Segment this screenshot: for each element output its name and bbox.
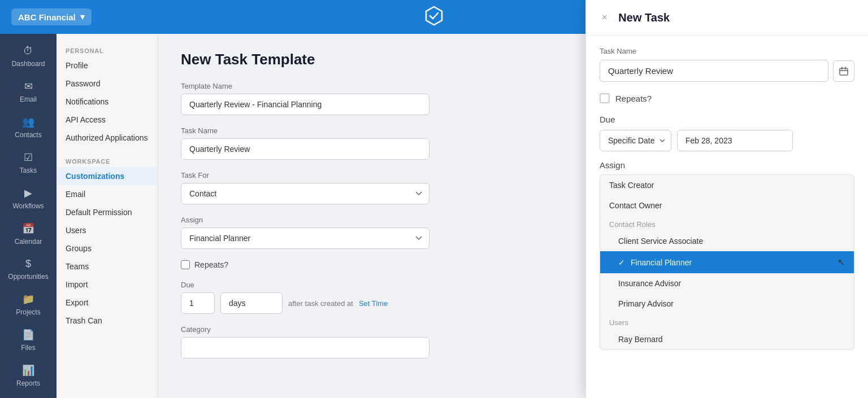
sidebar-label-projects: Projects [16,308,40,316]
sidebar-label-tasks: Tasks [20,167,37,174]
due-number-input[interactable] [181,292,215,314]
calendar-icon [839,67,848,76]
sidebar-item-dashboard[interactable]: ⏱ Dashboard [3,40,53,73]
sidebar: ⏱ Dashboard ✉ Email 👥 Contacts ☑ Tasks ▶… [0,34,57,398]
settings-item-groups[interactable]: Groups [57,239,158,257]
dropdown-item-contact-owner-label: Contact Owner [609,201,662,210]
settings-item-password[interactable]: Password [57,75,158,93]
modal-repeats-label: Repeats? [615,94,652,103]
dropdown-item-task-creator-label: Task Creator [609,181,654,190]
email-icon: ✉ [24,80,33,93]
cursor-icon: ↖ [837,257,845,268]
dropdown-item-financial-planner[interactable]: ✓ Financial Planner ↖ [600,251,854,273]
category-input[interactable] [181,337,429,358]
dropdown-group-users: Users [600,314,854,329]
modal-task-name-row [600,60,854,82]
app-logo [423,5,445,29]
dropdown-item-contact-owner[interactable]: Contact Owner [600,195,854,216]
modal-task-name-input[interactable] [600,60,828,82]
settings-item-api-access[interactable]: API Access [57,111,158,129]
personal-section-label: PERSONAL [57,43,158,56]
settings-item-trash-can[interactable]: Trash Can [57,312,158,330]
modal-close-button[interactable]: × [600,10,609,25]
repeats-checkbox[interactable] [181,260,190,269]
settings-item-users[interactable]: Users [57,221,158,239]
settings-item-teams[interactable]: Teams [57,257,158,275]
set-time-link[interactable]: Set Time [359,299,388,308]
projects-icon: 📁 [22,293,34,305]
task-name-input[interactable] [181,138,429,160]
dropdown-item-primary-advisor-label: Primary Advisor [618,299,674,308]
checkmark-icon: ✓ [618,258,625,267]
dashboard-icon: ⏱ [23,45,33,57]
modal-title: New Task [618,11,670,24]
settings-item-profile[interactable]: Profile [57,56,158,75]
workspace-chevron: ▾ [80,12,85,22]
files-icon: 📄 [22,329,34,341]
sidebar-item-contacts[interactable]: 👥 Contacts [3,110,53,145]
template-name-input[interactable] [181,94,429,115]
modal-repeats-checkbox[interactable] [600,93,610,103]
sidebar-label-dashboard: Dashboard [12,60,45,68]
modal-due-type-select[interactable]: Specific Date [600,130,671,151]
settings-item-export[interactable]: Export [57,294,158,312]
dropdown-group-contact-roles-label: Contact Roles [609,220,656,229]
calendar-icon: 📅 [22,222,34,235]
sidebar-label-email: Email [20,95,37,103]
reports-icon: 📊 [22,364,34,377]
sidebar-label-opportunities: Opportunities [8,273,48,281]
modal-task-name-section: Task Name [600,47,854,82]
workspace-selector[interactable]: ABC Financial ▾ [11,8,92,25]
contacts-icon: 👥 [22,116,34,128]
settings-item-email-ws[interactable]: Email [57,185,158,203]
sidebar-item-workflows[interactable]: ▶ Workflows [3,181,53,216]
dropdown-item-task-creator[interactable]: Task Creator [600,175,854,195]
dropdown-item-financial-planner-label: Financial Planner [631,258,692,267]
svg-rect-0 [840,68,848,75]
sidebar-item-reports[interactable]: 📊 Reports [3,358,53,393]
recently-viewed-label: RECENTLY VIEWED [0,395,57,398]
assign-select[interactable]: Financial Planner [181,228,429,249]
settings-sidebar: PERSONAL Profile Password Notifications … [57,34,158,398]
due-suffix: after task created at [288,299,353,308]
modal-assign-label: Assign [600,160,854,170]
settings-item-default-permission[interactable]: Default Permission [57,203,158,221]
sidebar-item-opportunities[interactable]: $ Opportunities [3,252,53,286]
sidebar-item-tasks[interactable]: ☑ Tasks [3,146,53,180]
modal-due-section: Due Specific Date [600,115,854,151]
repeats-label: Repeats? [194,260,228,269]
opportunities-icon: $ [25,258,31,270]
sidebar-item-projects[interactable]: 📁 Projects [3,287,53,322]
sidebar-label-contacts: Contacts [15,131,41,139]
dropdown-item-ray-bernard-label: Ray Bernard [618,335,663,344]
dropdown-item-insurance-advisor-label: Insurance Advisor [618,279,681,288]
workflows-icon: ▶ [24,187,32,199]
sidebar-label-reports: Reports [16,379,40,387]
modal-task-name-label: Task Name [600,47,854,55]
sidebar-label-workflows: Workflows [12,202,44,210]
dropdown-group-contact-roles: Contact Roles [600,216,854,231]
sidebar-item-files[interactable]: 📄 Files [3,323,53,357]
dropdown-item-ray-bernard[interactable]: Ray Bernard [600,329,854,349]
dropdown-item-primary-advisor[interactable]: Primary Advisor [600,294,854,314]
settings-item-customizations[interactable]: Customizations [57,167,158,185]
sidebar-label-files: Files [21,344,35,352]
due-unit-select[interactable]: days [220,292,283,314]
task-for-select[interactable]: Contact [181,183,429,204]
sidebar-item-calendar[interactable]: 📅 Calendar [3,217,53,251]
settings-item-notifications[interactable]: Notifications [57,93,158,111]
dropdown-item-insurance-advisor[interactable]: Insurance Advisor [600,273,854,294]
modal-due-row: Specific Date [600,130,854,151]
tasks-icon: ☑ [24,151,33,164]
modal-task-icon-button[interactable] [833,60,854,82]
assign-dropdown: Task Creator Contact Owner Contact Roles… [600,174,854,350]
modal-due-date-input[interactable] [677,130,793,151]
new-task-modal: × New Task Task Name Repeats? Due [585,0,868,398]
dropdown-group-users-label: Users [609,318,628,327]
sidebar-label-calendar: Calendar [15,238,42,246]
settings-item-authorized-apps[interactable]: Authorized Applications [57,129,158,147]
sidebar-item-email[interactable]: ✉ Email [3,75,53,109]
workspace-name: ABC Financial [18,12,76,22]
settings-item-import[interactable]: Import [57,275,158,294]
dropdown-item-client-service[interactable]: Client Service Associate [600,231,854,251]
